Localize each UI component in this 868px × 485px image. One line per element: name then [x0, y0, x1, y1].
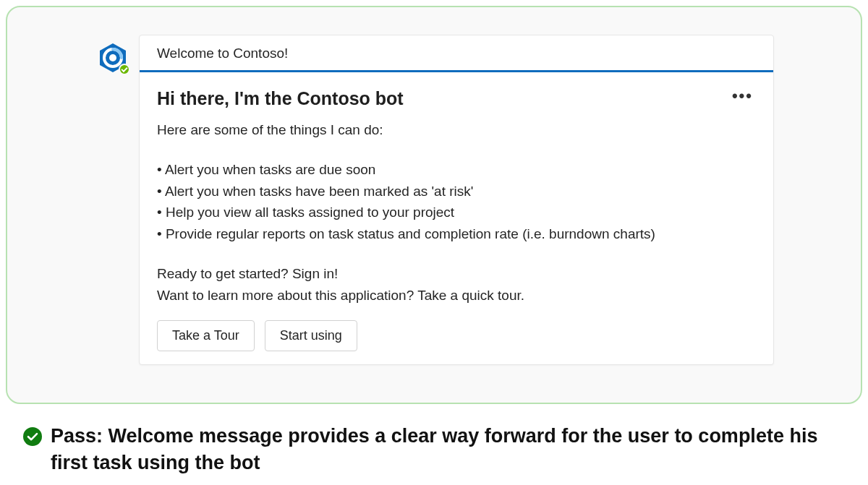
bot-avatar-col	[97, 42, 129, 74]
example-panel: Welcome to Contoso! Hi there, I'm the Co…	[6, 6, 862, 404]
card-title: Hi there, I'm the Contoso bot	[157, 88, 404, 109]
checkmark-circle-icon	[23, 427, 42, 446]
validation-result: Pass: Welcome message provides a clear w…	[6, 404, 862, 481]
welcome-card: Welcome to Contoso! Hi there, I'm the Co…	[139, 35, 774, 365]
presence-available-icon	[119, 64, 130, 75]
validation-text: Pass: Welcome message provides a clear w…	[51, 423, 845, 476]
bullet-item: • Help you view all tasks assigned to yo…	[157, 202, 756, 223]
more-options-button[interactable]: •••	[729, 88, 756, 104]
bullet-list: • Alert you when tasks are due soon • Al…	[157, 159, 756, 244]
start-using-button[interactable]: Start using	[265, 320, 357, 351]
footer-text: Ready to get started? Sign in! Want to l…	[157, 263, 756, 306]
svg-point-3	[23, 427, 42, 446]
take-tour-button[interactable]: Take a Tour	[157, 320, 255, 351]
validation-prefix: Pass:	[51, 425, 103, 447]
bullet-item: • Alert you when tasks have been marked …	[157, 181, 756, 202]
footer-line-1: Ready to get started? Sign in!	[157, 263, 756, 284]
bullet-item: • Alert you when tasks are due soon	[157, 159, 756, 180]
validation-body: Welcome message provides a clear way for…	[51, 425, 817, 473]
card-body: Hi there, I'm the Contoso bot ••• Here a…	[140, 72, 773, 364]
intro-text: Here are some of the things I can do:	[157, 119, 756, 140]
bot-avatar	[97, 42, 129, 74]
action-row: Take a Tour Start using	[157, 320, 756, 351]
footer-line-2: Want to learn more about this applicatio…	[157, 285, 756, 306]
bullet-item: • Provide regular reports on task status…	[157, 223, 756, 244]
card-header: Welcome to Contoso!	[140, 35, 773, 72]
svg-point-2	[109, 54, 116, 61]
